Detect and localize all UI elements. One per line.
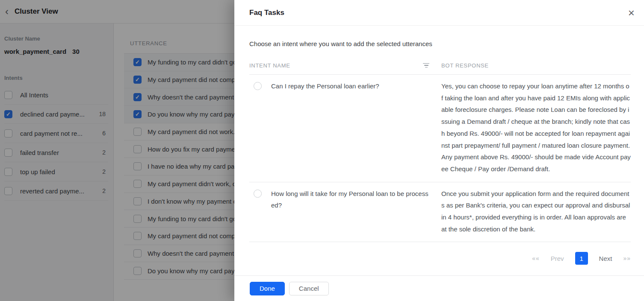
bot-response-column-header: BOT RESPONSE	[441, 62, 489, 69]
pagination: «« Prev 1 Next »»	[249, 252, 631, 265]
pagination-last-button[interactable]: »»	[623, 255, 631, 262]
modal-title: Faq Tasks	[249, 9, 284, 17]
pagination-prev-button[interactable]: Prev	[551, 255, 564, 262]
intent-name-text: How long will it take for my Personal lo…	[271, 188, 430, 211]
done-button[interactable]: Done	[250, 282, 285, 295]
bot-response-text: Yes, you can choose to repay your loan a…	[441, 80, 631, 175]
modal-footer: Done Cancel	[234, 275, 644, 301]
modal-body: Choose an intent where you want to add t…	[234, 40, 644, 265]
intent-name-column-header: INTENT NAME	[249, 62, 290, 69]
filter-icon[interactable]	[422, 62, 430, 69]
close-icon[interactable]: ×	[628, 7, 635, 18]
faq-table-header: INTENT NAME BOT RESPONSE	[249, 61, 631, 75]
pagination-first-button[interactable]: ««	[532, 255, 540, 262]
screen: ‹ Cluster View Cluster Name work_payment…	[0, 0, 644, 301]
faq-table-row[interactable]: Can I repay the Personal loan earlier? Y…	[249, 75, 631, 182]
faq-tasks-modal: Faq Tasks × Choose an intent where you w…	[234, 0, 644, 301]
radio-button[interactable]	[254, 190, 262, 198]
intent-name-text: Can I repay the Personal loan earlier?	[271, 80, 379, 92]
radio-button[interactable]	[254, 82, 262, 90]
pagination-next-button[interactable]: Next	[599, 255, 612, 262]
bot-response-text: Once you submit your application form an…	[441, 188, 631, 235]
cancel-button[interactable]: Cancel	[289, 282, 329, 295]
faq-table-row[interactable]: How long will it take for my Personal lo…	[249, 182, 631, 243]
modal-instruction: Choose an intent where you want to add t…	[249, 40, 631, 47]
faq-intent-table: INTENT NAME BOT RESPONSE Can I repay the…	[249, 61, 631, 242]
pagination-page-1-button[interactable]: 1	[575, 252, 588, 265]
modal-header: Faq Tasks ×	[234, 0, 644, 26]
